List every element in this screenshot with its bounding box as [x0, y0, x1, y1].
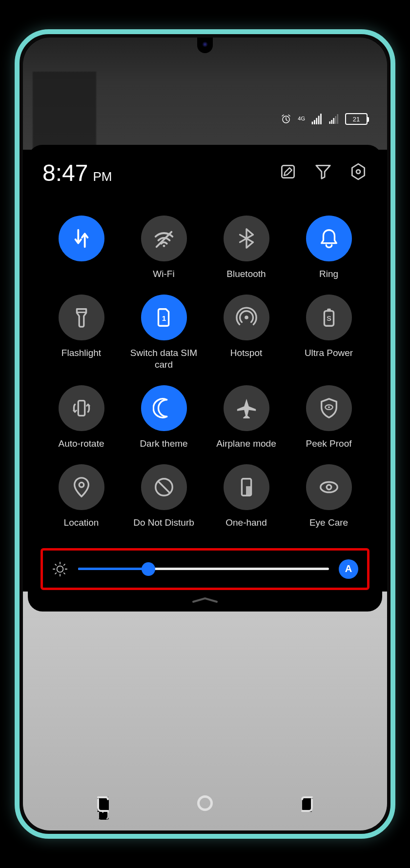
- moon-icon[interactable]: [141, 385, 187, 431]
- volume-up-button[interactable]: [393, 283, 395, 327]
- filter-icon[interactable]: [314, 162, 332, 181]
- tile-label: Flashlight: [62, 347, 101, 359]
- bell-icon[interactable]: [306, 216, 352, 261]
- hotspot-icon[interactable]: [224, 295, 269, 340]
- signal-icon-1: [311, 113, 323, 125]
- tile-label: Ring: [319, 268, 338, 280]
- brightness-slider[interactable]: [78, 568, 329, 570]
- tile-airplane[interactable]: Airplane mode: [207, 385, 285, 450]
- tile-label: Eye Care: [309, 517, 348, 529]
- phone-frame: 4G 21: [15, 29, 395, 839]
- data-arrows-icon[interactable]: [59, 216, 104, 261]
- wifi-off-icon[interactable]: [141, 216, 187, 261]
- settings-icon[interactable]: [349, 162, 368, 181]
- tile-auto-rotate[interactable]: Auto-rotate: [42, 385, 120, 450]
- tile-label: Ultra Power: [305, 347, 353, 359]
- rotate-icon[interactable]: [59, 385, 104, 431]
- tile-wifi[interactable]: Wi-Fi: [125, 216, 203, 280]
- tile-mobile-data[interactable]: [42, 216, 120, 280]
- edit-icon[interactable]: [279, 162, 297, 181]
- sim-icon[interactable]: [141, 295, 187, 340]
- tile-hotspot[interactable]: Hotspot: [207, 295, 285, 371]
- battery-indicator: 21: [345, 113, 368, 125]
- tile-peek-proof[interactable]: Peek Proof: [290, 385, 368, 450]
- volume-down-button[interactable]: [393, 339, 395, 407]
- tile-location[interactable]: Location: [42, 464, 120, 529]
- tile-label: Switch data SIM card: [125, 347, 203, 371]
- carrier-info-blurred: [33, 72, 96, 150]
- signal-icon-2: [328, 114, 339, 124]
- svg-point-42: [199, 797, 211, 809]
- tile-label: Airplane mode: [216, 438, 276, 450]
- bluetooth-icon[interactable]: [224, 216, 269, 261]
- tile-flashlight[interactable]: Flashlight: [42, 295, 120, 371]
- svg-rect-43: [282, 165, 294, 178]
- tile-label: Peek Proof: [306, 438, 352, 450]
- auto-brightness-button[interactable]: A: [339, 559, 358, 579]
- brightness-icon: [52, 561, 68, 577]
- alarm-icon: [280, 113, 292, 125]
- tile-label: Wi-Fi: [153, 268, 174, 280]
- tile-label: Hotspot: [230, 347, 262, 359]
- battery-s-icon[interactable]: [306, 295, 352, 340]
- tile-ultra-power[interactable]: Ultra Power: [290, 295, 368, 371]
- airplane-icon[interactable]: [224, 385, 269, 431]
- nav-back-icon[interactable]: [295, 791, 319, 815]
- quick-settings-panel: 8:47 PM Wi-FiBluetoothRingFlashlightSwit…: [28, 145, 382, 612]
- camera-notch: [197, 38, 213, 53]
- tile-switch-sim[interactable]: Switch data SIM card: [125, 295, 203, 371]
- nav-recents-icon[interactable]: [91, 791, 115, 815]
- tile-dnd[interactable]: Do Not Disturb: [125, 464, 203, 529]
- brightness-slider-highlight: A: [41, 548, 369, 590]
- panel-time: 8:47 PM: [42, 159, 112, 186]
- flashlight-icon[interactable]: [59, 295, 104, 340]
- power-button[interactable]: [393, 419, 395, 463]
- tile-label: Dark theme: [140, 438, 187, 450]
- tile-eye-care[interactable]: Eye Care: [290, 464, 368, 529]
- panel-drag-handle[interactable]: [190, 597, 220, 601]
- tile-ring[interactable]: Ring: [290, 216, 368, 280]
- nav-home-icon[interactable]: [193, 791, 217, 815]
- status-area: 4G 21: [23, 38, 387, 150]
- tile-label: One-hand: [226, 517, 267, 529]
- tile-dark-theme[interactable]: Dark theme: [125, 385, 203, 450]
- network-badge: 4G: [298, 117, 305, 121]
- dnd-icon[interactable]: [141, 464, 187, 510]
- tile-label: Auto-rotate: [59, 438, 104, 450]
- one-hand-icon[interactable]: [224, 464, 269, 510]
- tile-label: Do Not Disturb: [133, 517, 194, 529]
- tile-label: Location: [64, 517, 99, 529]
- tile-bluetooth[interactable]: Bluetooth: [207, 216, 285, 280]
- shield-eye-icon[interactable]: [306, 385, 352, 431]
- tile-label: Bluetooth: [226, 268, 266, 280]
- tile-one-hand[interactable]: One-hand: [207, 464, 285, 529]
- eye-icon[interactable]: [306, 464, 352, 510]
- pin-icon[interactable]: [59, 464, 104, 510]
